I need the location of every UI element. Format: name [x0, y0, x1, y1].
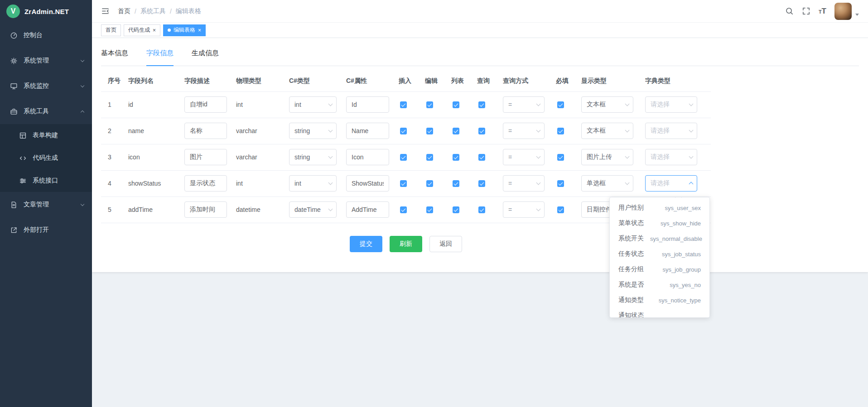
- query-checkbox[interactable]: [478, 154, 485, 161]
- query-mode-select[interactable]: =: [503, 96, 545, 113]
- sidebar-item-system-management[interactable]: 系统管理: [0, 48, 92, 73]
- sidebar-item-system-api[interactable]: 系统接口: [0, 169, 92, 192]
- breadcrumb-item[interactable]: 首页: [118, 7, 130, 15]
- required-checkbox[interactable]: [557, 154, 564, 161]
- tag-label: 代码生成: [128, 26, 150, 34]
- dict-option[interactable]: 通知状态: [610, 308, 709, 318]
- list-checkbox[interactable]: [453, 128, 459, 134]
- insert-checkbox[interactable]: [400, 154, 407, 161]
- sidebar-item-article-management[interactable]: 文章管理: [0, 192, 92, 217]
- close-icon[interactable]: ×: [198, 28, 201, 33]
- tag-edit-table[interactable]: 编辑表格 ×: [163, 24, 206, 36]
- column-header: 查询: [477, 71, 503, 91]
- csharp-type-select[interactable]: int: [289, 175, 337, 192]
- sidebar-menu: 控制台 系统管理 系统监控 系统工具: [0, 23, 92, 243]
- dict-option[interactable]: 任务状态sys_job_status: [610, 246, 709, 262]
- display-type-select[interactable]: 文本框: [581, 123, 633, 139]
- csharp-prop-input[interactable]: [346, 201, 389, 218]
- sidebar-item-code-generator[interactable]: 代码生成: [0, 147, 92, 169]
- sidebar-item-system-monitor[interactable]: 系统监控: [0, 73, 92, 99]
- description-input[interactable]: [184, 123, 227, 139]
- app-logo: V ZrAdmin.NET: [0, 0, 92, 23]
- edit-checkbox[interactable]: [426, 206, 433, 213]
- dict-option[interactable]: 用户性别sys_user_sex: [610, 200, 709, 215]
- query-mode-select[interactable]: =: [503, 175, 545, 192]
- submit-button[interactable]: 提交: [350, 236, 382, 252]
- dict-type-select[interactable]: 请选择 用户性别sys_user_sex 菜单状态sys_show_hide 系…: [645, 175, 697, 192]
- query-checkbox[interactable]: [478, 101, 485, 108]
- tab-basic-info[interactable]: 基本信息: [101, 41, 128, 66]
- back-button[interactable]: 返回: [429, 236, 462, 252]
- query-mode-select[interactable]: =: [503, 123, 545, 139]
- font-size-icon[interactable]: T T: [819, 7, 826, 16]
- avatar[interactable]: [834, 3, 852, 20]
- csharp-type-select[interactable]: int: [289, 96, 337, 113]
- insert-checkbox[interactable]: [400, 180, 407, 187]
- csharp-prop-input[interactable]: [346, 149, 389, 165]
- dict-type-select[interactable]: 请选择: [645, 96, 697, 113]
- dict-type-select[interactable]: 请选择: [645, 149, 697, 165]
- edit-checkbox[interactable]: [426, 101, 433, 108]
- edit-checkbox[interactable]: [426, 180, 433, 187]
- menu-fold-icon[interactable]: [101, 7, 110, 15]
- query-mode-select[interactable]: =: [503, 201, 545, 218]
- required-checkbox[interactable]: [557, 128, 564, 134]
- dict-type-select[interactable]: 请选择: [645, 123, 697, 139]
- close-icon[interactable]: ×: [153, 28, 156, 33]
- list-checkbox[interactable]: [453, 101, 459, 108]
- list-checkbox[interactable]: [453, 180, 459, 187]
- tag-home[interactable]: 首页: [101, 24, 121, 36]
- list-checkbox[interactable]: [453, 154, 459, 161]
- csharp-type-select[interactable]: string: [289, 149, 337, 165]
- breadcrumb-item[interactable]: 系统工具: [140, 7, 166, 15]
- required-checkbox[interactable]: [557, 180, 564, 187]
- query-checkbox[interactable]: [478, 206, 485, 213]
- edit-checkbox[interactable]: [426, 154, 433, 161]
- csharp-prop-input[interactable]: [346, 123, 389, 139]
- sidebar-item-console[interactable]: 控制台: [0, 23, 92, 48]
- dict-option[interactable]: 菜单状态sys_show_hide: [610, 215, 709, 231]
- display-type-select[interactable]: 文本框: [581, 96, 633, 113]
- tab-field-info[interactable]: 字段信息: [146, 41, 174, 66]
- csharp-type-select[interactable]: dateTime: [289, 201, 337, 218]
- refresh-button[interactable]: 刷新: [390, 236, 422, 252]
- column-header: 字段描述: [184, 71, 236, 91]
- csharp-type-select[interactable]: string: [289, 123, 337, 139]
- insert-checkbox[interactable]: [400, 101, 407, 108]
- select-value: =: [508, 153, 512, 161]
- dict-option[interactable]: 通知类型sys_notice_type: [610, 292, 709, 308]
- code-icon: [19, 154, 27, 162]
- fullscreen-icon[interactable]: [802, 7, 810, 15]
- description-input[interactable]: [184, 201, 227, 218]
- sidebar-item-external-open[interactable]: 外部打开: [0, 217, 92, 243]
- required-checkbox[interactable]: [557, 206, 564, 213]
- search-icon[interactable]: [785, 7, 794, 15]
- insert-checkbox[interactable]: [400, 128, 407, 134]
- csharp-prop-input[interactable]: [346, 96, 389, 113]
- dict-option[interactable]: 系统开关sys_normal_disable: [610, 231, 709, 246]
- description-input[interactable]: [184, 175, 227, 192]
- sidebar-item-form-builder[interactable]: 表单构建: [0, 124, 92, 147]
- insert-checkbox[interactable]: [400, 206, 407, 213]
- list-checkbox[interactable]: [453, 206, 459, 213]
- csharp-prop-input[interactable]: [346, 175, 389, 192]
- description-input[interactable]: [184, 149, 227, 165]
- required-checkbox[interactable]: [557, 101, 564, 108]
- dict-option[interactable]: 任务分组sys_job_group: [610, 262, 709, 277]
- dict-option[interactable]: 系统是否sys_yes_no: [610, 277, 709, 292]
- column-header: 字典类型: [645, 71, 711, 91]
- display-type-select[interactable]: 单选框: [581, 175, 633, 192]
- gear-icon: [10, 57, 18, 65]
- caret-down-icon[interactable]: [855, 14, 859, 16]
- query-mode-select[interactable]: =: [503, 149, 545, 165]
- breadcrumb: 首页 / 系统工具 / 编辑表格: [118, 7, 201, 15]
- display-type-select[interactable]: 图片上传: [581, 149, 633, 165]
- physical-type-text: varchar: [236, 153, 257, 161]
- description-input[interactable]: [184, 96, 227, 113]
- query-checkbox[interactable]: [478, 180, 485, 187]
- query-checkbox[interactable]: [478, 128, 485, 134]
- tag-code-generator[interactable]: 代码生成 ×: [124, 24, 160, 36]
- edit-checkbox[interactable]: [426, 128, 433, 134]
- sidebar-item-system-tools[interactable]: 系统工具: [0, 99, 92, 124]
- tab-generate-info[interactable]: 生成信息: [192, 41, 219, 66]
